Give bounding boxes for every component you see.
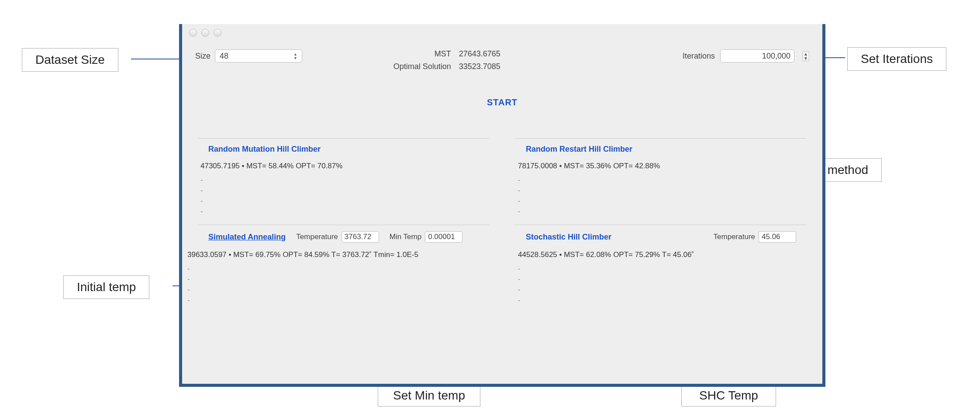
method-rrhc: Random Restart Hill Climber 78175.0008 •… [515, 138, 807, 217]
list-item: - [515, 175, 807, 185]
sa-min-temp-input[interactable]: 0.00001 [425, 231, 462, 243]
list-item: - [185, 285, 489, 295]
dataset-size-select[interactable]: 48 ▲▼ [215, 49, 302, 63]
app-window: Size 48 ▲▼ MST 27643.6765 Optimal Soluti… [179, 24, 825, 387]
iterations-label: Iterations [683, 52, 715, 61]
callout-set-iterations: Set Iterations [847, 47, 946, 71]
list-item: - [198, 206, 489, 217]
list-item: - [515, 206, 807, 217]
rmhc-title-button[interactable]: Random Mutation Hill Climber [208, 145, 321, 154]
iterations-input[interactable]: 100,000 [720, 49, 794, 63]
methods-grid: Random Mutation Hill Climber 47305.7195 … [182, 108, 822, 306]
method-shc: Stochastic Hill Climber Temperature 45.0… [515, 225, 807, 306]
shc-title-button[interactable]: Stochastic Hill Climber [526, 233, 611, 242]
list-item: - [515, 185, 807, 196]
iterations-group: Iterations 100,000 ▲ ▼ [683, 49, 809, 63]
traffic-zoom-icon[interactable] [214, 29, 221, 37]
sa-temp-input[interactable]: 3763.72 [342, 231, 379, 243]
dataset-size-label: Size [195, 52, 210, 61]
rrhc-result: 78175.0008 • MST= 35.36% OPT= 42.88% [515, 160, 807, 175]
list-item: - [198, 185, 489, 196]
callout-set-min-temp: Set Min temp [378, 385, 480, 407]
chevron-up-icon: ▲ [804, 52, 808, 56]
list-item: - [185, 295, 489, 306]
start-button[interactable]: START [487, 97, 518, 108]
list-item: - [515, 285, 807, 295]
iterations-stepper[interactable]: ▲ ▼ [802, 51, 809, 61]
sa-min-temp-label: Min Temp [390, 233, 421, 241]
mst-value: 27643.6765 [459, 49, 500, 59]
rrhc-title-button[interactable]: Random Restart Hill Climber [526, 145, 632, 154]
list-item: - [185, 274, 489, 285]
list-item: - [515, 295, 807, 306]
dataset-size-group: Size 48 ▲▼ [195, 49, 302, 63]
sa-result: 39633.0597 • MST= 69.75% OPT= 84.59% T= … [185, 249, 489, 264]
shc-temp-field: Temperature 45.06 [714, 231, 796, 243]
chevron-down-icon: ▼ [804, 56, 808, 60]
sa-min-temp-field: Min Temp 0.00001 [390, 231, 462, 243]
callout-initial-temp: Initial temp [63, 275, 149, 299]
sa-temp-label: Temperature [296, 233, 338, 241]
list-item: - [515, 264, 807, 274]
top-bar: Size 48 ▲▼ MST 27643.6765 Optimal Soluti… [182, 42, 822, 71]
method-sa: Simulated Annealing Temperature 3763.72 … [198, 225, 489, 306]
opt-label: Optimal Solution [393, 62, 451, 71]
sa-title-button[interactable]: Simulated Annealing [208, 233, 286, 242]
stepper-icon: ▲▼ [293, 52, 297, 60]
traffic-close-icon[interactable] [189, 29, 197, 37]
list-item: - [198, 196, 489, 206]
dataset-size-value: 48 [220, 52, 228, 61]
callout-dataset-size: Dataset Size [22, 48, 118, 72]
opt-value: 33523.7085 [459, 62, 500, 71]
mst-label: MST [393, 49, 451, 59]
iterations-value: 100,000 [762, 52, 790, 61]
callout-shc-temp: SHC Temp [681, 385, 776, 407]
shc-result: 44528.5625 • MST= 62.08% OPT= 75.29% T= … [515, 249, 807, 264]
method-rmhc: Random Mutation Hill Climber 47305.7195 … [198, 138, 489, 217]
rmhc-result: 47305.7195 • MST= 58.44% OPT= 70.87% [198, 160, 489, 175]
center-stats: MST 27643.6765 Optimal Solution 33523.70… [393, 49, 500, 71]
shc-temp-input[interactable]: 45.06 [759, 231, 796, 243]
list-item: - [515, 196, 807, 206]
sa-temp-field: Temperature 3763.72 [296, 231, 379, 243]
list-item: - [185, 264, 489, 274]
list-item: - [198, 175, 489, 185]
window-titlebar [182, 24, 822, 42]
list-item: - [515, 274, 807, 285]
traffic-min-icon[interactable] [201, 29, 209, 37]
shc-temp-label: Temperature [714, 233, 755, 241]
start-row: START [182, 97, 822, 108]
